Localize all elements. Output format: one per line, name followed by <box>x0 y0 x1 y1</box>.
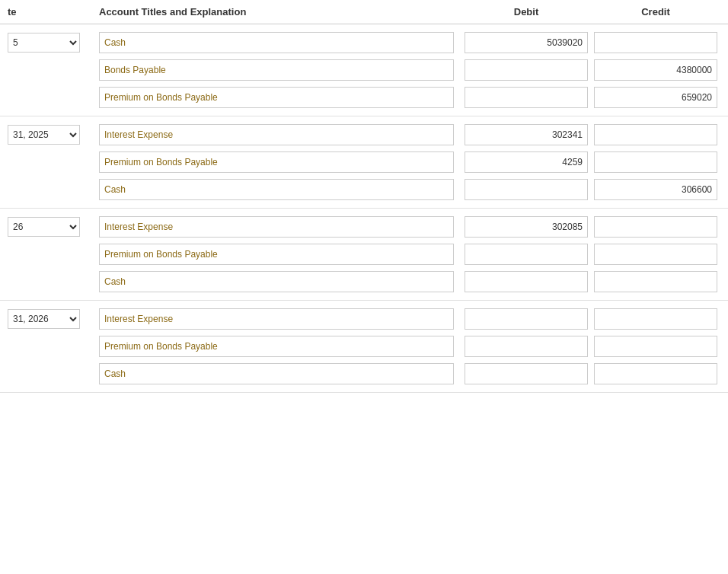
account-input-3-0[interactable] <box>99 308 454 330</box>
debit-cell-2-1 <box>461 244 591 265</box>
credit-input-1-0[interactable] <box>594 124 717 145</box>
credit-input-3-2[interactable] <box>594 363 717 384</box>
credit-cell-0-0 <box>591 32 720 53</box>
credit-input-2-0[interactable] <box>594 216 717 238</box>
date-select-1[interactable]: 31, 2025 <box>8 125 80 145</box>
table-row: 5 <box>0 29 728 56</box>
credit-cell-3-2 <box>591 363 720 384</box>
account-input-0-2[interactable] <box>99 87 454 108</box>
account-cell-0-0 <box>91 32 461 53</box>
table-row <box>0 56 728 84</box>
date-select-3[interactable]: 31, 2026 <box>8 309 80 329</box>
date-select-0[interactable]: 5 <box>8 33 80 53</box>
account-cell-1-0 <box>91 124 461 145</box>
account-input-1-0[interactable] <box>99 124 454 145</box>
debit-input-2-1[interactable] <box>465 244 588 265</box>
credit-cell-0-2 <box>591 87 720 108</box>
credit-input-0-1[interactable] <box>594 59 717 81</box>
account-cell-1-1 <box>91 151 461 173</box>
credit-cell-2-2 <box>591 271 720 292</box>
debit-cell-3-0 <box>461 308 591 330</box>
date-select-2[interactable]: 26 <box>8 217 80 237</box>
debit-input-3-1[interactable] <box>465 336 588 357</box>
credit-input-1-1[interactable] <box>594 151 717 173</box>
table-row <box>0 333 728 360</box>
account-input-0-0[interactable] <box>99 32 454 53</box>
table-row <box>0 360 728 387</box>
credit-cell-2-0 <box>591 216 720 238</box>
account-input-2-2[interactable] <box>99 271 454 292</box>
table-row: 26 <box>0 213 728 241</box>
debit-input-0-0[interactable] <box>465 32 588 53</box>
debit-cell-2-0 <box>461 216 591 238</box>
debit-input-3-2[interactable] <box>465 363 588 384</box>
debit-input-1-2[interactable] <box>465 179 588 200</box>
credit-input-2-2[interactable] <box>594 271 717 292</box>
header-account: Account Titles and Explanation <box>91 6 461 18</box>
account-cell-3-1 <box>91 336 461 357</box>
account-cell-1-2 <box>91 179 461 200</box>
credit-input-0-2[interactable] <box>594 87 717 108</box>
account-input-0-1[interactable] <box>99 59 454 81</box>
credit-cell-0-1 <box>591 59 720 81</box>
header-date: te <box>8 6 91 18</box>
date-cell-1-0: 31, 2025 <box>8 125 91 145</box>
account-input-2-1[interactable] <box>99 244 454 265</box>
debit-input-2-0[interactable] <box>465 216 588 238</box>
credit-input-0-0[interactable] <box>594 32 717 53</box>
account-cell-0-1 <box>91 59 461 81</box>
debit-input-2-2[interactable] <box>465 271 588 292</box>
entry-group-4: 31, 2026 <box>0 301 728 393</box>
account-cell-3-0 <box>91 308 461 330</box>
debit-input-1-0[interactable] <box>465 124 588 145</box>
date-cell-0-0: 5 <box>8 33 91 53</box>
credit-cell-1-0 <box>591 124 720 145</box>
credit-cell-3-1 <box>591 336 720 357</box>
credit-input-2-1[interactable] <box>594 244 717 265</box>
table-row <box>0 84 728 111</box>
account-cell-2-2 <box>91 271 461 292</box>
credit-input-1-2[interactable] <box>594 179 717 200</box>
date-cell-2-0: 26 <box>8 217 91 237</box>
credit-cell-2-1 <box>591 244 720 265</box>
entry-group-1: 5 <box>0 24 728 116</box>
header-credit: Credit <box>591 6 720 18</box>
account-input-2-0[interactable] <box>99 216 454 238</box>
debit-input-3-0[interactable] <box>465 308 588 330</box>
table-row <box>0 241 728 268</box>
entry-group-3: 26 <box>0 209 728 301</box>
journal-table: te Account Titles and Explanation Debit … <box>0 0 728 393</box>
table-row: 31, 2026 <box>0 305 728 333</box>
debit-input-0-1[interactable] <box>465 59 588 81</box>
header-debit: Debit <box>461 6 591 18</box>
table-row: 31, 2025 <box>0 121 728 148</box>
table-row <box>0 148 728 176</box>
table-header: te Account Titles and Explanation Debit … <box>0 0 728 24</box>
account-cell-3-2 <box>91 363 461 384</box>
account-cell-2-0 <box>91 216 461 238</box>
table-row <box>0 268 728 295</box>
account-input-1-1[interactable] <box>99 151 454 173</box>
debit-cell-3-2 <box>461 363 591 384</box>
credit-input-3-0[interactable] <box>594 308 717 330</box>
account-input-3-1[interactable] <box>99 336 454 357</box>
debit-cell-1-1 <box>461 151 591 173</box>
credit-cell-1-1 <box>591 151 720 173</box>
debit-input-1-1[interactable] <box>465 151 588 173</box>
account-input-1-2[interactable] <box>99 179 454 200</box>
account-input-3-2[interactable] <box>99 363 454 384</box>
credit-cell-1-2 <box>591 179 720 200</box>
debit-cell-1-0 <box>461 124 591 145</box>
debit-input-0-2[interactable] <box>465 87 588 108</box>
table-row <box>0 176 728 203</box>
credit-input-3-1[interactable] <box>594 336 717 357</box>
debit-cell-0-1 <box>461 59 591 81</box>
debit-cell-2-2 <box>461 271 591 292</box>
debit-cell-3-1 <box>461 336 591 357</box>
entry-group-2: 31, 2025 <box>0 116 728 209</box>
debit-cell-0-0 <box>461 32 591 53</box>
date-cell-3-0: 31, 2026 <box>8 309 91 329</box>
debit-cell-1-2 <box>461 179 591 200</box>
credit-cell-3-0 <box>591 308 720 330</box>
account-cell-0-2 <box>91 87 461 108</box>
